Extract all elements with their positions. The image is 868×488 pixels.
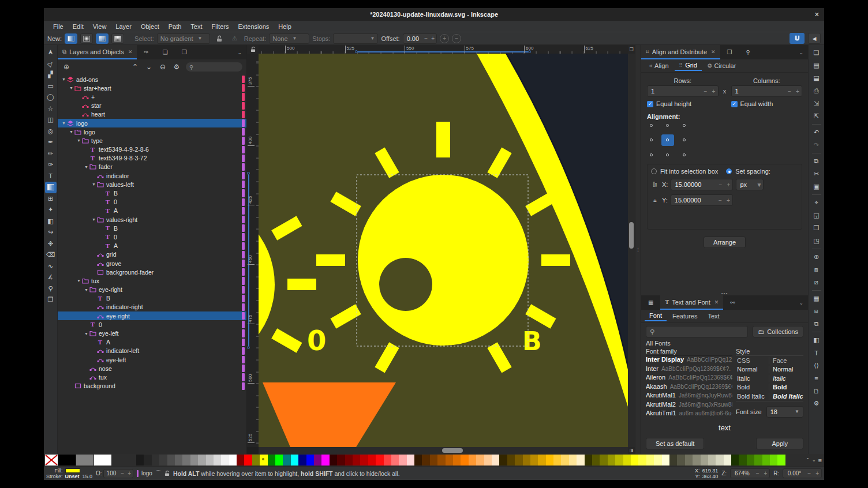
drawing-viewport[interactable]: 0 B (259, 54, 628, 447)
palette-swatch[interactable] (229, 455, 237, 466)
palette-swatch[interactable] (221, 455, 229, 466)
command-new-document[interactable]: ❏ (810, 47, 823, 59)
layer-row-eye-right[interactable]: eye-right (58, 311, 246, 320)
link-gradients-lock-icon[interactable] (213, 32, 226, 44)
font-family-row[interactable]: AileronAaBbCcIiPpQq12369$€¢ (646, 374, 732, 383)
no-color-swatch[interactable] (45, 455, 58, 466)
palette-swatch[interactable] (94, 455, 111, 466)
dock-menu-caret-icon[interactable]: ⌄ (233, 45, 246, 59)
palette-swatch[interactable] (615, 455, 623, 466)
command-document-properties[interactable]: 🗋 (810, 385, 823, 397)
expander-icon[interactable]: ▼ (61, 121, 66, 125)
tool-pencil[interactable]: ✏ (45, 148, 57, 160)
subtab-grid[interactable]: ⠿Grid (675, 61, 702, 71)
palette-swatch[interactable] (268, 455, 275, 466)
equal-height-checkbox[interactable]: ✓ Equal height (647, 100, 719, 107)
command-duplicate[interactable]: ⊕ (810, 251, 823, 263)
palette-swatch[interactable] (654, 455, 661, 466)
rotation-decrement[interactable]: − (805, 470, 813, 476)
layer-row-b[interactable]: TB (58, 224, 246, 232)
tool-star[interactable]: ☆ (45, 103, 57, 115)
palette-swatch[interactable] (275, 455, 283, 466)
tab-objects-properties[interactable]: ✑ (137, 45, 155, 59)
layer-row-tux[interactable]: tux (58, 373, 246, 381)
font-collection-value[interactable]: All Fonts (641, 339, 808, 347)
palette-swatch[interactable] (244, 455, 252, 466)
subtab-features[interactable]: Features (668, 311, 702, 321)
y-decrement[interactable]: − (716, 197, 724, 204)
layer-row-star[interactable]: star (58, 102, 246, 110)
repeat-dropdown[interactable]: None▼ (269, 33, 309, 44)
offset-spinbox[interactable]: 0.00 − + (403, 33, 437, 44)
palette-swatch[interactable] (677, 455, 684, 466)
menu-view[interactable]: View (88, 22, 111, 31)
command-align-dialog[interactable]: ≡ (810, 372, 823, 384)
palette-swatch[interactable] (546, 455, 553, 466)
command-undo[interactable]: ↶ (810, 126, 823, 138)
tool-paint-bucket[interactable]: ◧ (45, 216, 57, 227)
rotation-increment[interactable]: + (813, 470, 821, 476)
linear-gradient-button[interactable] (65, 33, 77, 44)
offset-increment[interactable]: + (429, 35, 436, 42)
palette-swatch[interactable] (214, 455, 221, 466)
palette-swatch[interactable] (754, 455, 762, 466)
tab-swatches[interactable]: ▦ (641, 295, 660, 310)
dock-menu-caret-icon[interactable]: ⌄ (794, 45, 808, 59)
stops-dropdown[interactable]: ▼ (333, 33, 378, 44)
palette-swatch[interactable] (553, 455, 561, 466)
layer-visibility-icon[interactable]: ⌒ (155, 469, 162, 478)
canvas-area[interactable]: 500525550575600625 375400425450475500525… (247, 45, 635, 454)
palette-swatch[interactable] (136, 455, 144, 466)
layer-row-text5349-4-9-2-8-6[interactable]: Ttext5349-4-9-2-8-6 (58, 145, 246, 154)
knob-right[interactable] (358, 175, 529, 346)
tool-selector[interactable]: ➤ (45, 47, 57, 58)
set-as-default-button[interactable]: Set as default (646, 438, 704, 449)
tool-box-3d[interactable]: ◫ (45, 114, 57, 126)
layer-row-heart[interactable]: heart (58, 110, 246, 119)
y-increment[interactable]: + (724, 197, 732, 204)
expander-icon[interactable]: ▼ (91, 217, 96, 222)
command-ungroup[interactable]: ⧉ (810, 318, 823, 330)
tool-calligraphy[interactable]: ✑ (45, 159, 57, 171)
expander-icon[interactable]: ▼ (76, 279, 81, 283)
command-zoom-center-page[interactable]: ◳ (810, 235, 823, 247)
command-zoom-to-selection[interactable]: ⌖ (810, 197, 823, 209)
palette-swatch[interactable] (58, 455, 76, 466)
align-anchor-top[interactable] (661, 122, 674, 134)
palette-swatch[interactable] (693, 455, 700, 466)
palette-swatch[interactable] (167, 455, 175, 466)
tool-text[interactable]: T (45, 171, 57, 182)
palette-swatch[interactable] (182, 455, 190, 466)
palette-swatch[interactable] (453, 455, 461, 466)
guide-lock-corner[interactable] (247, 45, 259, 54)
rows-increment[interactable]: + (710, 88, 718, 95)
palette-swatch[interactable] (669, 455, 677, 466)
palette-swatch[interactable] (561, 455, 568, 466)
menu-layer[interactable]: Layer (111, 22, 136, 31)
menu-text[interactable]: Text (186, 22, 207, 31)
collapse-toolbar-button[interactable]: ◀ (808, 33, 821, 44)
expander-icon[interactable]: ▼ (61, 77, 66, 81)
palette-swatch[interactable] (198, 455, 205, 466)
palette-swatch[interactable] (523, 455, 530, 466)
tool-pages[interactable]: ❐ (45, 294, 57, 306)
tab-document-1[interactable]: ❏ (156, 45, 175, 59)
layer-row-a[interactable]: TA (58, 207, 246, 215)
y-spacing-spinbox[interactable]: 15.00000 − + (671, 194, 733, 206)
command-print[interactable]: ⎙ (810, 85, 823, 97)
layer-row-b[interactable]: TB (58, 294, 246, 303)
palette-swatch[interactable] (662, 455, 669, 466)
close-tab-icon[interactable]: ✕ (711, 49, 716, 55)
layer-row-a[interactable]: TA (58, 338, 246, 347)
menu-help[interactable]: Help (274, 22, 296, 31)
unit-dropdown[interactable]: px ▼ (736, 179, 764, 190)
align-anchor-bottom[interactable] (661, 147, 674, 158)
current-layer-indicator[interactable]: logo ⌒ (137, 469, 170, 478)
align-anchor-top-right[interactable] (675, 122, 687, 134)
palette-swatch[interactable] (701, 455, 708, 466)
layer-row-b[interactable]: TB (58, 189, 246, 197)
columns-decrement[interactable]: − (785, 88, 794, 95)
palette-swatch[interactable] (252, 455, 260, 466)
layer-row-0[interactable]: T0 (58, 198, 246, 207)
palette-swatch[interactable] (739, 455, 746, 466)
